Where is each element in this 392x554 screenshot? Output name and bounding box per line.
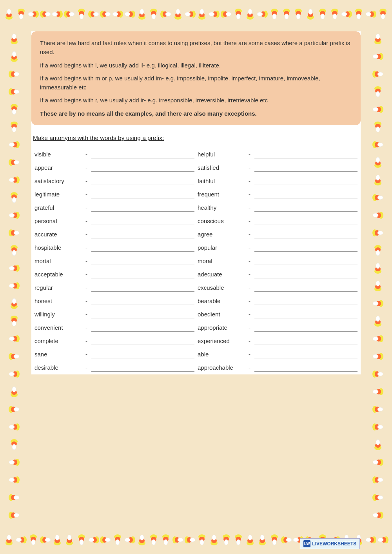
svg-point-284 (377, 72, 383, 76)
svg-point-251 (9, 372, 15, 376)
svg-point-226 (11, 230, 16, 236)
answer-input[interactable] (91, 177, 194, 185)
list-item: approachable - (196, 361, 359, 374)
list-item: adequate - (196, 268, 359, 281)
list-item: mortal - (33, 254, 196, 268)
svg-point-310 (375, 230, 379, 236)
answer-input[interactable] (91, 284, 194, 292)
info-para-5: These are by no means all the examples, … (40, 109, 352, 118)
svg-point-145 (199, 537, 205, 541)
word-label: faithful (198, 178, 245, 184)
svg-point-57 (235, 9, 242, 13)
answer-input[interactable] (254, 151, 358, 158)
svg-point-20 (80, 14, 83, 19)
svg-point-65 (257, 12, 263, 16)
answer-input[interactable] (91, 164, 194, 172)
answer-input[interactable] (254, 271, 358, 278)
svg-point-225 (9, 229, 13, 236)
svg-point-204 (11, 104, 18, 109)
list-item: healthy - (196, 201, 359, 214)
svg-point-51 (215, 11, 220, 18)
answer-input[interactable] (254, 257, 358, 265)
svg-point-289 (376, 107, 381, 112)
svg-point-37 (151, 11, 156, 16)
answer-input[interactable] (91, 217, 194, 225)
svg-point-85 (345, 11, 350, 17)
answer-input[interactable] (254, 297, 358, 305)
answer-input[interactable] (91, 324, 194, 332)
svg-point-309 (372, 229, 377, 236)
svg-point-162 (271, 534, 278, 539)
answer-input[interactable] (254, 284, 358, 292)
svg-point-333 (372, 371, 377, 378)
answer-input[interactable] (91, 244, 194, 252)
svg-point-318 (374, 287, 381, 291)
answer-input[interactable] (91, 204, 194, 212)
svg-point-313 (375, 247, 381, 252)
svg-point-218 (9, 178, 15, 182)
svg-point-129 (138, 541, 145, 545)
answer-input[interactable] (254, 164, 358, 172)
answer-input[interactable] (91, 364, 194, 372)
svg-point-272 (14, 496, 19, 500)
svg-point-317 (376, 263, 380, 269)
svg-point-24 (100, 11, 105, 18)
svg-point-286 (375, 89, 381, 93)
answer-input[interactable] (254, 311, 358, 318)
svg-point-25 (102, 11, 107, 17)
svg-point-46 (189, 11, 193, 17)
answer-input[interactable] (91, 311, 194, 318)
svg-point-82 (332, 11, 338, 16)
answer-input[interactable] (91, 271, 194, 278)
answer-input[interactable] (254, 337, 358, 345)
liveworksheets-badge: LW LIVEWORKSHEETS (300, 538, 360, 549)
svg-point-350 (373, 460, 378, 464)
svg-point-342 (372, 423, 377, 430)
answer-input[interactable] (254, 231, 358, 238)
svg-point-81 (331, 9, 338, 13)
answer-input[interactable] (91, 351, 194, 358)
answer-input[interactable] (91, 191, 194, 198)
answer-input[interactable] (91, 257, 194, 265)
answer-input[interactable] (91, 297, 194, 305)
answer-input[interactable] (254, 364, 358, 372)
svg-point-294 (372, 141, 377, 148)
word-label: willingly (34, 311, 82, 318)
answer-input[interactable] (91, 337, 194, 345)
left-column: visible - appear - satisfactory - legiti… (33, 148, 196, 374)
answer-input[interactable] (254, 324, 358, 332)
answer-input[interactable] (254, 177, 358, 185)
svg-point-94 (380, 11, 386, 16)
answer-input[interactable] (254, 244, 358, 252)
svg-point-248 (14, 354, 19, 358)
svg-point-241 (11, 318, 17, 323)
svg-point-138 (172, 536, 177, 543)
svg-point-21 (88, 11, 93, 18)
svg-point-269 (9, 478, 15, 482)
answer-input[interactable] (254, 191, 358, 198)
answer-input[interactable] (91, 231, 194, 238)
svg-point-319 (375, 284, 381, 289)
svg-point-22 (91, 11, 95, 17)
svg-point-202 (11, 89, 16, 94)
svg-point-106 (42, 537, 47, 543)
svg-point-122 (105, 538, 111, 542)
answer-input[interactable] (91, 151, 194, 158)
word-label: accurate (34, 231, 82, 238)
svg-point-308 (373, 213, 378, 217)
svg-point-97 (6, 538, 12, 543)
svg-point-89 (357, 14, 361, 19)
svg-point-348 (379, 459, 383, 466)
answer-input[interactable] (254, 351, 358, 358)
answer-input[interactable] (254, 204, 358, 212)
word-label: mortal (34, 258, 82, 264)
svg-point-355 (375, 495, 379, 500)
svg-point-347 (376, 440, 380, 445)
list-item: hospitable - (33, 241, 196, 254)
svg-point-13 (56, 11, 60, 17)
list-item: satisfied - (196, 161, 359, 174)
svg-point-300 (374, 181, 381, 185)
svg-point-312 (374, 245, 381, 250)
svg-point-35 (140, 9, 144, 15)
answer-input[interactable] (254, 217, 358, 225)
